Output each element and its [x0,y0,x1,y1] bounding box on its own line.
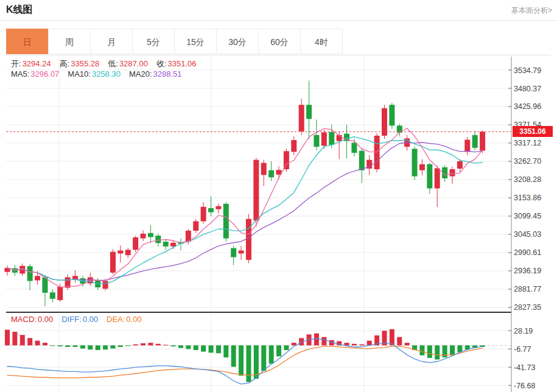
readout-pair: 低:3287.00 [108,59,148,68]
axis-tick-label: 3534.79 [514,66,541,75]
axis-tick-label: 3045.03 [514,230,541,239]
axis-tick-label: 2881.77 [514,285,541,293]
fundamental-analysis-link[interactable]: 基本面分析> [511,5,552,16]
page-title: K线图 [6,4,33,16]
readout-pair: MA5:3296.07 [11,69,59,79]
axis-tick-label: 28.19 [514,327,533,335]
macd-histogram [5,329,485,382]
readout-pair: DIFF:0.00 [61,315,98,324]
tab-interval-6[interactable]: 60分 [258,29,301,54]
readout-pair: 开:3294.24 [11,59,51,68]
axis-tick-label: 3208.28 [514,175,541,184]
candles [5,81,486,306]
tab-interval-0[interactable]: 日 [6,29,49,54]
axis-tick-label: -76.68 [514,382,535,390]
axis-tick-label: 2936.19 [514,267,541,275]
axis-tick-label: 3317.12 [514,139,541,147]
last-price-tag: 3351.06 [513,126,553,137]
ohlc-readout: 开:3294.24高:3355.28低:3287.00收:3351.06 [11,58,205,69]
readout-pair: MA10:3258.30 [68,69,121,79]
interval-tab-bar: 日周月5分15分30分60分4时 [6,29,551,55]
macd-readout: MACD:0.00DIFF:0.00DEA:0.00 [11,315,150,324]
axis-tick-label: -41.73 [514,363,535,372]
axis-tick-label: 2827.35 [514,303,541,312]
tab-interval-1[interactable]: 周 [48,29,91,54]
title-divider [0,20,557,21]
panel-separator [6,312,511,313]
readout-pair: 收:3351.06 [156,59,197,68]
axis-tick-label: 3425.96 [514,102,541,111]
tab-interval-2[interactable]: 月 [90,29,133,54]
ma-readout: MA5:3296.07MA10:3258.30MA20:3288.51 [11,69,191,79]
axis-tick-label: -6.77 [514,345,531,354]
readout-pair: DEA:0.00 [107,315,142,324]
tab-interval-5[interactable]: 30分 [216,29,259,54]
readout-pair: MACD:0.00 [11,315,53,324]
kline-page: 3534.793480.373425.963371.543317.123262.… [0,0,557,392]
axis-tick-label: 3153.86 [514,194,541,202]
axis-tick-label: 2990.61 [514,248,541,257]
tab-interval-3[interactable]: 5分 [132,29,175,54]
axis-tick-label: 3099.45 [514,212,541,220]
tab-interval-4[interactable]: 15分 [174,29,217,54]
tab-interval-7[interactable]: 4时 [300,29,343,54]
readout-pair: MA20:3288.51 [129,69,182,79]
axis-tick-label: 3480.37 [514,85,541,93]
axis-tick-label: 3262.70 [514,157,541,166]
readout-pair: 高:3355.28 [60,59,100,68]
